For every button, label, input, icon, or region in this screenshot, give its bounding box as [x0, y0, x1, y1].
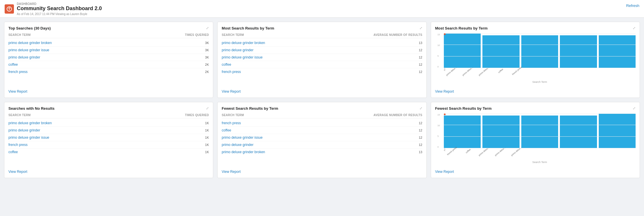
table-row: french press2K: [8, 68, 209, 75]
y-tick: 10: [437, 124, 440, 127]
table-row: primo deluxe grinder issue1K: [8, 134, 209, 141]
col-queried-4: TIMES QUERIED: [185, 114, 209, 117]
chart-dot: [444, 33, 446, 35]
fewest-results-chart-title: Fewest Search Results by Term: [435, 106, 492, 111]
most-results-table-view-report[interactable]: View Report: [222, 85, 422, 94]
bar: [521, 116, 558, 148]
no-results-header: Searches with No Results ⤢: [8, 106, 209, 111]
top-searches-view-report[interactable]: View Report: [8, 85, 209, 94]
row-value: 2K: [205, 70, 209, 74]
most-results-table-rows: primo deluxe grinder broken13primo delux…: [222, 39, 422, 75]
fewest-results-table-view-report[interactable]: View Report: [222, 166, 422, 174]
row-value: 12: [419, 136, 422, 139]
bar: [482, 35, 519, 68]
header: DASHBOARD Community Search Dashboard 2.0…: [0, 0, 644, 18]
table-row: french press12: [222, 120, 422, 127]
app-icon: [5, 4, 14, 14]
page-title: Community Search Dashboard 2.0: [17, 6, 102, 12]
table-row: primo deluxe grinder12: [222, 47, 422, 54]
bar: [599, 35, 636, 68]
most-results-chart-card: Most Search Results by Term ⤢ Average Nu…: [431, 22, 640, 98]
row-term: coffee: [222, 128, 231, 132]
most-results-chart-view-report[interactable]: View Report: [435, 85, 636, 94]
refresh-button[interactable]: Refresh: [626, 2, 639, 9]
y-tick: 0: [437, 65, 440, 68]
row-term: french press: [8, 70, 28, 74]
table-row: french press12: [222, 68, 422, 75]
y-tick: 15: [437, 33, 440, 36]
row-value: 2K: [205, 63, 209, 66]
bar: [521, 35, 558, 68]
row-term: coffee: [8, 63, 18, 67]
table-row: coffee2K: [8, 61, 209, 68]
expand-icon-3[interactable]: ⤢: [633, 26, 636, 30]
fewest-results-col-headers: SEARCH TERM AVERAGE NUMBER OF RESULTS: [222, 114, 422, 118]
col-queried: TIMES QUERIED: [185, 33, 209, 36]
most-results-table-title: Most Search Results by Term: [222, 26, 274, 30]
table-row: primo deluxe grinder broken13: [222, 39, 422, 47]
table-row: coffee1K: [8, 149, 209, 155]
row-term: primo deluxe grinder broken: [8, 41, 52, 45]
row-value: 13: [419, 41, 422, 45]
bar: [444, 33, 481, 68]
top-searches-title: Top Searches (30 Days): [8, 26, 51, 30]
fewest-results-chart-view-report[interactable]: View Report: [435, 166, 636, 174]
fewest-results-table-rows: french press12coffee12primo deluxe grind…: [222, 120, 422, 155]
bar-group: [560, 33, 597, 68]
expand-icon-2[interactable]: ⤢: [419, 26, 422, 30]
row-value: 1K: [205, 121, 209, 125]
bar: [560, 35, 597, 68]
expand-icon-5[interactable]: ⤢: [419, 106, 422, 110]
table-row: primo deluxe grinder issue12: [222, 54, 422, 61]
bar-group: [560, 114, 597, 148]
row-term: primo deluxe grinder broken: [8, 121, 52, 125]
row-value: 3K: [205, 41, 209, 45]
chart-dot: [444, 114, 446, 115]
expand-icon-6[interactable]: ⤢: [633, 106, 636, 110]
row-value: 3K: [205, 48, 209, 52]
header-title-block: DASHBOARD Community Search Dashboard 2.0…: [17, 2, 102, 16]
col-avg-5: AVERAGE NUMBER OF RESULTS: [373, 114, 422, 117]
bar-group: [599, 33, 636, 68]
table-row: primo deluxe grinder broken13: [222, 149, 422, 155]
most-results-chart-title: Most Search Results by Term: [435, 26, 488, 30]
table-row: primo deluxe grinder broken3K: [8, 39, 209, 47]
y-tick: 5: [437, 55, 440, 57]
top-searches-card: Top Searches (30 Days) ⤢ SEARCH TERM TIM…: [4, 22, 213, 98]
col-term-5: SEARCH TERM: [222, 114, 244, 117]
bar: [482, 116, 519, 148]
no-results-view-report[interactable]: View Report: [8, 166, 209, 174]
row-value: 12: [419, 48, 422, 52]
row-value: 1K: [205, 136, 209, 139]
bar-group: [521, 33, 558, 68]
header-subtitle: As of Feb 14, 2017 11:44 PM Viewing as L…: [17, 12, 102, 16]
bar: [560, 116, 597, 148]
fewest-results-chart-area: Average Number of R...151050french press…: [435, 114, 636, 166]
row-value: 12: [419, 129, 422, 132]
row-term: primo deluxe grinder broken: [222, 41, 265, 45]
row-value: 1K: [205, 150, 209, 154]
row-term: coffee: [8, 150, 18, 154]
row-term: primo deluxe grinder: [8, 55, 40, 59]
y-tick: 10: [437, 44, 440, 47]
most-results-chart-header: Most Search Results by Term ⤢: [435, 26, 636, 30]
col-term-2: SEARCH TERM: [222, 33, 244, 36]
row-value: 13: [419, 150, 422, 154]
row-term: primo deluxe grinder: [222, 143, 253, 147]
fewest-results-table-card: Fewest Search Results by Term ⤢ SEARCH T…: [217, 102, 426, 178]
fewest-results-table-header: Fewest Search Results by Term ⤢: [222, 106, 422, 111]
col-avg-2: AVERAGE NUMBER OF RESULTS: [373, 33, 422, 36]
expand-icon[interactable]: ⤢: [206, 26, 209, 30]
table-row: french press1K: [8, 141, 209, 149]
row-term: french press: [222, 70, 241, 74]
bar: [599, 114, 636, 148]
row-value: 1K: [205, 129, 209, 132]
row-term: french press: [222, 121, 241, 125]
bar: [444, 116, 481, 148]
no-results-title: Searches with No Results: [8, 106, 55, 111]
row-term: primo deluxe grinder issue: [222, 136, 263, 140]
row-value: 12: [419, 70, 422, 74]
expand-icon-4[interactable]: ⤢: [206, 106, 209, 110]
no-results-card: Searches with No Results ⤢ SEARCH TERM T…: [4, 102, 213, 178]
fewest-results-chart-card: Fewest Search Results by Term ⤢ Average …: [431, 102, 640, 178]
